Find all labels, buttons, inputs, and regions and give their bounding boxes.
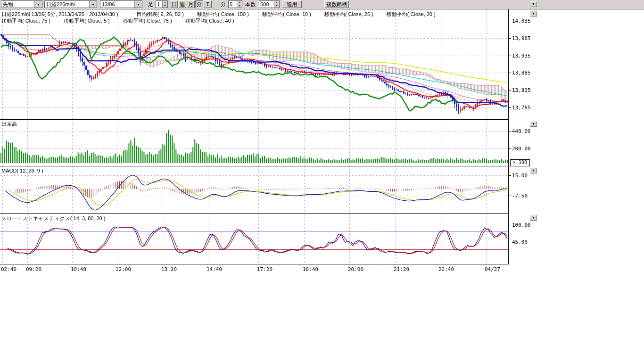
chart-area: 日経225mini 13/06( 5分, 2013/04/25 - 2013/0… — [0, 9, 547, 276]
chevron-glyph: ▼ — [137, 3, 140, 6]
time-axis-label: 20:00 — [348, 266, 363, 272]
spin-down-icon[interactable]: ▼ — [274, 4, 279, 8]
minute-interval-value: 5 — [229, 1, 237, 8]
spin-up-icon[interactable]: ▲ — [274, 1, 279, 4]
bar-count-label: 本数 — [245, 0, 256, 8]
minute-label: 分 — [221, 0, 226, 8]
chart-canvas[interactable] — [0, 9, 547, 266]
symbol-value: 日経225mini — [45, 1, 89, 8]
multi-symbol-button[interactable]: 複数銘柄 — [324, 0, 349, 8]
time-axis-label: 09:20 — [26, 266, 41, 272]
volume-pane-dropdown-button[interactable]: ▼ — [530, 121, 537, 127]
contract-month-select[interactable]: 13/06 ▼ — [100, 0, 142, 8]
chevron-glyph: ▼ — [91, 3, 95, 6]
instrument-type-select[interactable]: 先物 ▼ — [1, 0, 42, 8]
symbol-select[interactable]: 日経225mini ▼ — [44, 0, 97, 8]
time-axis-label: 10:40 — [71, 266, 86, 272]
toolbar-dropdown-button[interactable]: ▼ — [530, 1, 537, 7]
time-axis-label: 18:40 — [303, 266, 318, 272]
chevron-down-icon[interactable]: ▼ — [34, 1, 42, 8]
chevron-down-icon[interactable]: ▼ — [89, 1, 97, 8]
time-axis-label: 21:20 — [394, 266, 409, 272]
time-axis-label: 13:20 — [161, 266, 177, 272]
period-button-day[interactable]: 日 — [170, 0, 178, 8]
stochastics-pane-dropdown-button[interactable]: ▼ — [530, 215, 537, 221]
contract-month-value: 13/06 — [100, 1, 134, 7]
toolbar: 先物 ▼ 日経225mini ▼ 13/06 ▼ 足 1 ▲ ▼ 日 週 月 分… — [0, 0, 644, 9]
spinner-arrows[interactable]: ▲ ▼ — [162, 1, 167, 8]
period-button-minute[interactable]: 分 — [195, 0, 203, 8]
spin-down-icon[interactable]: ▼ — [237, 4, 242, 8]
time-axis-label: 17:20 — [257, 266, 272, 272]
chevron-down-icon[interactable]: ▼ — [134, 1, 142, 8]
time-axis-label: 14:40 — [206, 266, 222, 272]
spin-up-icon[interactable]: ▲ — [163, 1, 167, 4]
minute-interval-spinner[interactable]: 5 ▲ ▼ — [228, 0, 242, 8]
spin-down-icon[interactable]: ▼ — [163, 4, 167, 8]
period-button-tick[interactable]: T — [204, 0, 212, 8]
time-axis-label: 02:40 — [1, 266, 17, 272]
instrument-type-value: 先物 — [1, 1, 34, 8]
bar-count-spinner[interactable]: 500 ▲ ▼ — [259, 0, 280, 8]
bar-type-label: 足 — [148, 0, 153, 8]
price-pane-dropdown-button[interactable]: ▼ — [530, 11, 537, 16]
chevron-glyph: ▼ — [37, 3, 40, 6]
period-button-week[interactable]: 週 — [178, 0, 186, 8]
time-axis-label: 22:40 — [438, 266, 454, 272]
spin-up-icon[interactable]: ▲ — [237, 1, 242, 4]
bar-count-value: 500 — [259, 1, 274, 8]
bar-interval-spinner[interactable]: 1 ▲ ▼ — [156, 0, 168, 8]
bar-interval-value: 1 — [156, 1, 162, 8]
trading-chart-app: { "icons": { "dropdown_arrow": "▼", "spi… — [0, 0, 644, 362]
macd-pane-dropdown-button[interactable]: ▼ — [530, 168, 537, 173]
spinner-arrows[interactable]: ▲ ▼ — [274, 1, 279, 8]
spinner-arrows[interactable]: ▲ ▼ — [237, 1, 242, 8]
time-axis-label: 12:00 — [116, 266, 131, 272]
apply-button[interactable]: 適用 — [282, 0, 302, 8]
period-button-month[interactable]: 月 — [187, 0, 195, 8]
time-axis-label: 04/27 — [485, 266, 500, 272]
